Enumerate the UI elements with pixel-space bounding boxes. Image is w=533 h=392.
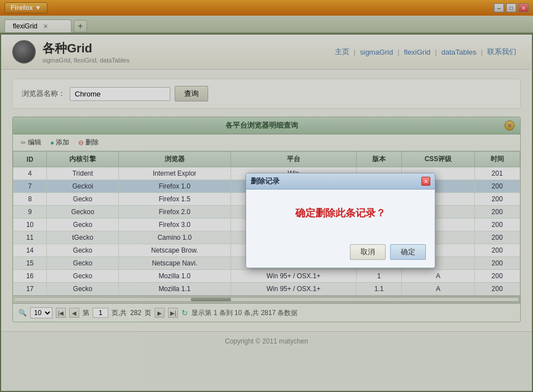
- modal-message: 确定删除此条记录？: [257, 206, 424, 220]
- delete-confirm-dialog: 删除记录 ✕ 确定删除此条记录？ 取消 确定: [246, 173, 435, 268]
- confirm-button[interactable]: 确定: [390, 244, 426, 260]
- modal-title: 删除记录: [251, 176, 280, 186]
- modal-titlebar: 删除记录 ✕: [246, 173, 435, 190]
- modal-footer: 取消 确定: [246, 244, 435, 268]
- modal-close-button[interactable]: ✕: [421, 177, 430, 186]
- modal-overlay: 删除记录 ✕ 确定删除此条记录？ 取消 确定: [0, 0, 533, 392]
- modal-body: 确定删除此条记录？: [246, 190, 435, 244]
- cancel-button[interactable]: 取消: [350, 244, 386, 260]
